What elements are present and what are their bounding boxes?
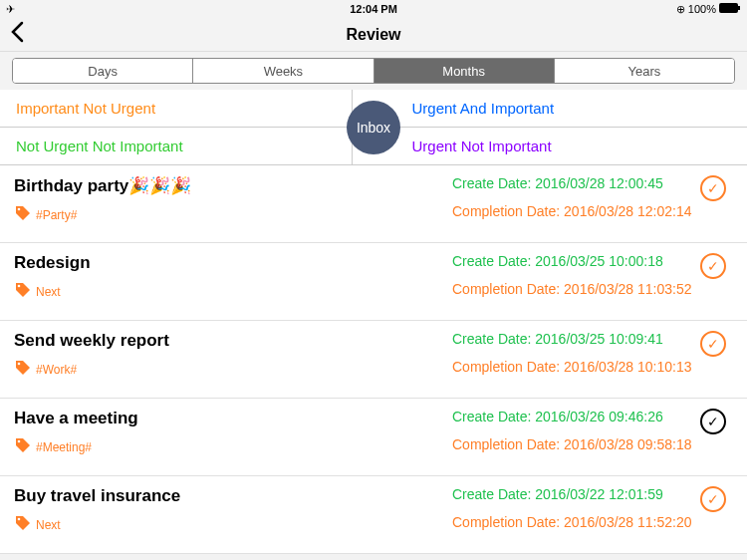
tag-icon [14, 204, 32, 225]
status-time: 12:04 PM [350, 3, 397, 15]
task-check-button[interactable]: ✓ [700, 331, 726, 357]
task-check-button[interactable]: ✓ [700, 175, 726, 201]
completion-date: Completion Date: 2016/03/28 11:52:20 [452, 514, 693, 530]
battery-icon [719, 3, 741, 15]
task-title: Send weekly report [14, 331, 452, 351]
task-title: Redesign [14, 253, 452, 273]
task-tag: #Party# [14, 204, 452, 225]
task-check-button[interactable]: ✓ [700, 253, 726, 279]
quadrant-not-urgent-not-important[interactable]: Not Urgent Not Important [0, 128, 353, 164]
svg-point-2 [18, 208, 21, 211]
tag-label: #Work# [36, 363, 77, 377]
tag-icon [14, 359, 32, 380]
task-row[interactable]: Buy travel insurance Next Create Date: 2… [0, 476, 747, 554]
task-row[interactable]: Have a meeting #Meeting# Create Date: 20… [0, 399, 747, 476]
segment-days[interactable]: Days [13, 59, 193, 83]
create-date: Create Date: 2016/03/25 10:00:18 [452, 253, 693, 269]
task-title: Have a meeting [14, 409, 452, 428]
task-check-button[interactable]: ✓ [700, 409, 726, 434]
task-tag: #Meeting# [14, 436, 452, 457]
quadrant-urgent-important[interactable]: Urgent And Important [353, 90, 748, 127]
tag-icon [14, 281, 32, 302]
segment-control-wrap: Days Weeks Months Years [0, 52, 747, 90]
svg-point-6 [18, 518, 21, 521]
task-title: Buy travel insurance [14, 486, 452, 506]
segment-months[interactable]: Months [374, 59, 555, 83]
tag-icon [14, 436, 32, 457]
priority-quadrant: Important Not Urgent Urgent And Importan… [0, 90, 747, 165]
task-tag: #Work# [14, 359, 452, 380]
svg-point-5 [18, 440, 21, 443]
airplane-icon: ✈ [6, 3, 15, 16]
status-right: ⊕ 100% [676, 3, 741, 16]
tag-label: #Meeting# [36, 440, 92, 454]
check-icon: ✓ [707, 180, 719, 196]
create-date: Create Date: 2016/03/28 12:00:45 [452, 175, 693, 191]
task-check-button[interactable]: ✓ [700, 486, 726, 512]
task-list: Birthday party🎉🎉🎉 #Party# Create Date: 2… [0, 165, 747, 554]
svg-rect-1 [738, 6, 740, 10]
nav-bar: Review [0, 18, 747, 52]
chevron-left-icon [10, 21, 24, 43]
task-title: Birthday party🎉🎉🎉 [14, 175, 452, 196]
segment-years[interactable]: Years [555, 59, 734, 83]
create-date: Create Date: 2016/03/26 09:46:26 [452, 409, 693, 424]
check-icon: ✓ [707, 258, 719, 274]
inbox-button[interactable]: Inbox [347, 101, 400, 154]
completion-date: Completion Date: 2016/03/28 09:58:18 [452, 436, 693, 452]
task-tag: Next [14, 281, 452, 302]
quadrant-urgent-not-important[interactable]: Urgent Not Important [353, 128, 748, 164]
battery-percent: 100% [688, 3, 716, 15]
tag-label: #Party# [36, 208, 77, 222]
orientation-lock-icon: ⊕ [676, 3, 685, 16]
completion-date: Completion Date: 2016/03/28 11:03:52 [452, 281, 693, 297]
task-row[interactable]: Birthday party🎉🎉🎉 #Party# Create Date: 2… [0, 165, 747, 243]
completion-date: Completion Date: 2016/03/28 12:02:14 [452, 203, 693, 219]
task-row[interactable]: Send weekly report #Work# Create Date: 2… [0, 321, 747, 399]
create-date: Create Date: 2016/03/22 12:01:59 [452, 486, 693, 502]
quadrant-important-not-urgent[interactable]: Important Not Urgent [0, 90, 353, 127]
back-button[interactable] [10, 21, 24, 49]
tag-icon [14, 514, 32, 535]
tag-label: Next [36, 518, 61, 532]
tag-label: Next [36, 285, 61, 299]
status-bar: ✈ 12:04 PM ⊕ 100% [0, 0, 747, 18]
page-title: Review [346, 26, 400, 44]
check-icon: ✓ [707, 414, 719, 429]
status-left: ✈ [6, 3, 15, 16]
check-icon: ✓ [707, 491, 719, 507]
time-segment-control: Days Weeks Months Years [12, 58, 735, 84]
completion-date: Completion Date: 2016/03/28 10:10:13 [452, 359, 693, 375]
task-row[interactable]: Redesign Next Create Date: 2016/03/25 10… [0, 243, 747, 321]
task-tag: Next [14, 514, 452, 535]
svg-point-3 [18, 285, 21, 288]
segment-weeks[interactable]: Weeks [193, 59, 374, 83]
svg-rect-0 [719, 3, 738, 13]
check-icon: ✓ [707, 336, 719, 352]
create-date: Create Date: 2016/03/25 10:09:41 [452, 331, 693, 347]
svg-point-4 [18, 363, 21, 366]
